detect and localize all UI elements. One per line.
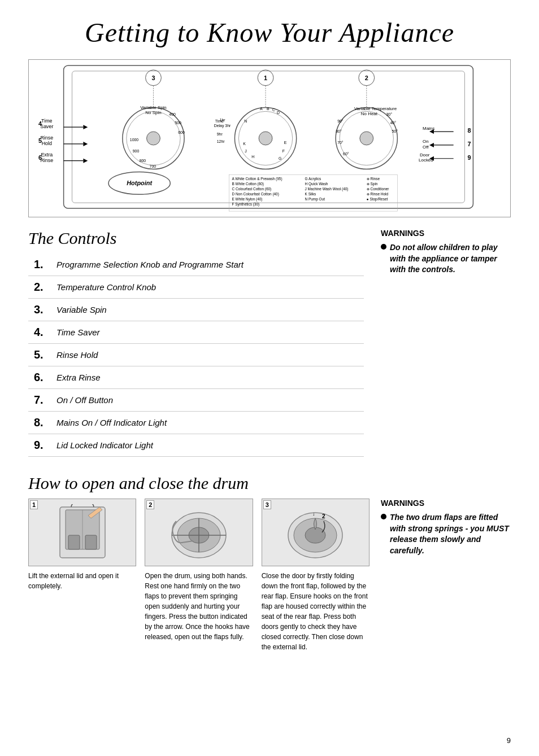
svg-text:1000: 1000 [130,138,139,142]
svg-text:On: On [423,139,429,144]
drum-image-2: 2 [145,499,253,566]
controls-num: 7. [28,389,51,412]
svg-text:900: 900 [133,149,140,153]
drum-step-2: 2 Open the drum, using both hands [145,499,253,652]
controls-num: 3. [28,299,51,321]
svg-rect-105 [68,535,80,549]
controls-row: 9. Lid Locked Indicator Light [28,434,364,457]
drum-step-num-3: 3 [263,500,271,509]
svg-text:D  Non Colourfast Cotton (40): D Non Colourfast Cotton (40) [232,192,279,196]
svg-text:●  Stop/Reset: ● Stop/Reset [367,197,388,202]
svg-text:6: 6 [38,154,42,161]
svg-point-19 [147,132,160,145]
drum-step-1: 1 Lift the external lid and open [28,499,136,652]
svg-point-34 [259,132,272,145]
controls-title: The Controls [28,229,364,248]
svg-text:8: 8 [467,127,471,134]
svg-text:B  White Cotton (60): B White Cotton (60) [232,182,264,186]
svg-text:↓: ↓ [312,511,315,517]
svg-text:60°: 60° [343,152,349,156]
controls-num: 1. [28,254,51,276]
svg-text:Saver: Saver [40,124,53,129]
svg-text:⊗  Spin: ⊗ Spin [367,182,378,186]
controls-num: 9. [28,434,51,457]
controls-label: Programme Selection Knob and Programme S… [51,254,364,276]
drum-step-text-3: Close the door by firstly folding down t… [262,571,370,652]
drum-section: How to open and close the drum 1 [28,474,511,652]
controls-row: 1. Programme Selection Knob and Programm… [28,254,364,276]
svg-text:Hold: Hold [42,141,52,146]
svg-text:N: N [244,119,247,123]
drum-warnings-box: WARNINGS The two drum flaps are fitted w… [381,499,511,652]
controls-label: Time Saver [51,321,364,344]
controls-section: The Controls 1. Programme Selection Knob… [28,229,511,457]
drum-steps: 1 Lift the external lid and open [28,499,370,652]
page-number: 9 [507,736,511,745]
svg-text:Extra: Extra [41,152,53,158]
svg-text:K: K [243,142,246,146]
svg-text:70°: 70° [337,141,344,145]
appliance-diagram: Time Saver 4 Rinse Hold 5 Extra Rinse 6 … [28,59,511,217]
drum-step-3: 3 2 ↓ Close the door [262,499,370,652]
controls-num: 5. [28,344,51,366]
svg-text:5: 5 [38,137,42,144]
svg-text:Rinse: Rinse [40,135,53,141]
svg-text:7: 7 [467,141,471,147]
appliance-diagram-svg: Time Saver 4 Rinse Hold 5 Extra Rinse 6 … [29,60,510,217]
svg-text:40°: 40° [390,121,396,125]
controls-num: 4. [28,321,51,344]
svg-text:G: G [279,156,281,160]
drum-image-1: 1 [28,499,136,566]
drum-content: 1 Lift the external lid and open [28,499,511,652]
drum-step-text-2: Open the drum, using both hands. Rest on… [145,571,253,642]
svg-point-56 [360,132,373,145]
svg-marker-13 [83,159,88,163]
svg-text:B: B [267,107,270,111]
drum-warnings-title: WARNINGS [381,499,511,508]
drum-image-3: 3 2 ↓ [262,499,370,566]
svg-text:500: 500 [175,121,181,125]
svg-text:Delay 3hr: Delay 3hr [214,124,231,128]
svg-text:J  Machine Wash Wool (40): J Machine Wash Wool (40) [305,187,349,191]
svg-text:E  White Nylon (40): E White Nylon (40) [232,197,262,202]
svg-text:9hr: 9hr [217,132,223,136]
svg-text:D: D [277,111,280,115]
svg-text:9: 9 [467,154,471,161]
svg-text:2: 2 [322,513,325,519]
drum-step-text-1: Lift the external lid and open it comple… [28,571,136,591]
svg-marker-76 [429,143,434,147]
svg-text:No Spin: No Spin [145,110,161,115]
svg-text:4: 4 [38,120,42,127]
svg-text:C: C [272,108,275,112]
controls-label: Lid Locked Indicator Light [51,434,364,457]
controls-num: 8. [28,412,51,434]
svg-text:E: E [284,141,287,145]
svg-text:3: 3 [151,75,155,81]
controls-row: 3. Variable Spin [28,299,364,321]
page: Getting to Know Your Appliance Time Save… [0,0,539,756]
controls-row: 7. On / Off Button [28,389,364,412]
svg-text:No Heat: No Heat [361,111,378,116]
controls-label: On / Off Button [51,389,364,412]
svg-text:A  White Cotton & Prewash (95): A White Cotton & Prewash (95) [232,177,282,181]
svg-text:⊗  Rinse: ⊗ Rinse [367,177,380,181]
svg-text:2: 2 [365,75,368,81]
drum-warning-bullet [381,514,386,519]
svg-text:C  Colourfast Cotton (60): C Colourfast Cotton (60) [232,187,271,191]
svg-text:80°: 80° [336,129,342,133]
svg-text:F: F [282,149,285,153]
svg-marker-3 [83,125,88,129]
svg-text:F  Synthetics (30): F Synthetics (30) [232,202,259,207]
svg-text:400: 400 [169,112,176,116]
controls-num: 6. [28,366,51,389]
svg-text:N  Pump Out: N Pump Out [305,197,325,202]
svg-text:600: 600 [178,130,185,134]
svg-text:J: J [245,149,246,153]
svg-text:12hr: 12hr [217,139,225,143]
svg-text:1hr: 1hr [220,118,226,122]
controls-label: Extra Rinse [51,366,364,389]
drum-step-num-1: 1 [30,500,38,509]
controls-warnings-title: WARNINGS [381,229,511,238]
svg-marker-8 [83,142,88,146]
svg-text:30°: 30° [386,112,393,116]
